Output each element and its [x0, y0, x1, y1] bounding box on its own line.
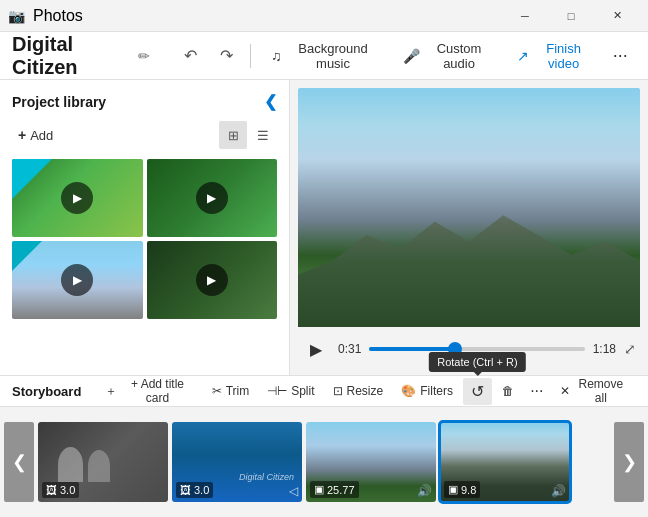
clip-1-label: 🖼 3.0 — [42, 482, 79, 498]
undo-button[interactable]: ↶ — [174, 40, 206, 72]
thumbnail-grid: ▶ ▶ ▶ ▶ — [12, 159, 277, 319]
filters-button[interactable]: 🎨 Filters — [393, 380, 461, 402]
custom-audio-label: Custom audio — [426, 41, 493, 71]
filters-label: Filters — [420, 384, 453, 398]
left-panel: Project library ❮ + Add ⊞ ☰ ▶ ▶ — [0, 80, 290, 375]
finish-video-button[interactable]: ↗ Finish video — [505, 35, 605, 77]
clip-4[interactable]: ▣ 9.8 🔊 — [440, 422, 570, 502]
clip-1-icon: 🖼 — [46, 484, 57, 496]
clips-container: 🖼 3.0 Digital Citizen 🖼 3.0 ◁ ▣ 25.77 🔊 … — [34, 407, 614, 517]
view-toggle: ⊞ ☰ — [219, 121, 277, 149]
redo-button[interactable]: ↷ — [210, 40, 242, 72]
panel-toolbar: + Add ⊞ ☰ — [12, 121, 277, 149]
thumbnail-item-1[interactable]: ▶ — [12, 159, 143, 237]
clip-1[interactable]: 🖼 3.0 — [38, 422, 168, 502]
finish-video-label: Finish video — [535, 41, 593, 71]
clip-4-duration: 9.8 — [461, 484, 476, 496]
play-overlay-3: ▶ — [61, 264, 93, 296]
trim-button[interactable]: ✂ Trim — [204, 380, 258, 402]
delete-clip-button[interactable]: 🗑 — [494, 380, 522, 402]
clip-3[interactable]: ▣ 25.77 🔊 — [306, 422, 436, 502]
rotate-tooltip-wrapper: ↺ Rotate (Ctrl + R) — [463, 378, 492, 405]
panel-collapse-button[interactable]: ❮ — [264, 92, 277, 111]
clip-4-icon: ▣ — [448, 483, 458, 496]
clip-3-label: ▣ 25.77 — [310, 481, 359, 498]
clip-3-icon: ▣ — [314, 483, 324, 496]
trim-icon: ✂ — [212, 384, 222, 398]
grid-view-button[interactable]: ⊞ — [219, 121, 247, 149]
clip-2-label: 🖼 3.0 — [176, 482, 213, 498]
thumbnail-item-2[interactable]: ▶ — [147, 159, 278, 237]
list-view-button[interactable]: ☰ — [249, 121, 277, 149]
add-title-label: + Add title card — [121, 377, 193, 405]
clip-2-audio-icon: ◁ — [289, 484, 298, 498]
add-media-button[interactable]: + Add — [12, 123, 59, 147]
clip-3-duration: 25.77 — [327, 484, 355, 496]
resize-button[interactable]: ⊡ Resize — [325, 380, 392, 402]
clips-row: ❮ 🖼 3.0 Digital Citizen 🖼 3.0 ◁ ▣ 25.77 … — [0, 407, 648, 517]
grid-icon: ⊞ — [228, 128, 239, 143]
trim-label: Trim — [226, 384, 250, 398]
clip-2-duration: 3.0 — [194, 484, 209, 496]
resize-label: Resize — [347, 384, 384, 398]
video-controls: ▶ 0:31 1:18 ⤢ — [298, 327, 640, 367]
add-label: Add — [30, 128, 53, 143]
split-icon: ⊣⊢ — [267, 384, 287, 398]
remove-all-label: Remove all — [574, 377, 628, 405]
play-overlay-1: ▶ — [61, 182, 93, 214]
maximize-button[interactable]: □ — [548, 0, 594, 32]
header-separator — [250, 44, 251, 68]
progress-fill — [369, 347, 455, 351]
next-clip-button[interactable]: ❯ — [614, 422, 644, 502]
storyboard-actions: ＋ + Add title card ✂ Trim ⊣⊢ Split ⊡ Res… — [97, 373, 636, 409]
clip-2-text: Digital Citizen — [239, 472, 294, 482]
clip-1-duration: 3.0 — [60, 484, 75, 496]
header-more-button[interactable]: ··· — [605, 38, 636, 74]
minimize-button[interactable]: ─ — [502, 0, 548, 32]
expand-button[interactable]: ⤢ — [624, 341, 636, 357]
app-icon: 📷 — [8, 8, 25, 24]
remove-all-button[interactable]: ✕ Remove all — [552, 373, 636, 409]
thumbnail-item-4[interactable]: ▶ — [147, 241, 278, 319]
storyboard-bar: Storyboard ＋ + Add title card ✂ Trim ⊣⊢ … — [0, 375, 648, 407]
clip-2-icon: 🖼 — [180, 484, 191, 496]
delete-icon: 🗑 — [502, 384, 514, 398]
split-label: Split — [291, 384, 314, 398]
progress-bar[interactable] — [369, 347, 584, 351]
thumbnail-item-3[interactable]: ▶ — [12, 241, 143, 319]
close-button[interactable]: ✕ — [594, 0, 640, 32]
app-header: Digital Citizen ✏ ↶ ↷ ♫ Background music… — [0, 32, 648, 80]
play-overlay-4: ▶ — [196, 264, 228, 296]
main-content: Project library ❮ + Add ⊞ ☰ ▶ ▶ — [0, 80, 648, 375]
total-time: 1:18 — [593, 342, 616, 356]
panel-title: Project library — [12, 94, 106, 110]
play-overlay-2: ▶ — [196, 182, 228, 214]
rotate-icon: ↺ — [471, 382, 484, 401]
rotate-button[interactable]: ↺ — [463, 378, 492, 405]
video-preview — [298, 88, 640, 327]
panel-header: Project library ❮ — [12, 92, 277, 111]
clip-2[interactable]: Digital Citizen 🖼 3.0 ◁ — [172, 422, 302, 502]
list-icon: ☰ — [257, 128, 269, 143]
app-title: Digital Citizen — [12, 33, 130, 79]
title-bar-controls: ─ □ ✕ — [502, 0, 640, 32]
progress-thumb[interactable] — [448, 342, 462, 356]
title-bar-left: 📷 Photos — [8, 7, 502, 25]
prev-clip-button[interactable]: ❮ — [4, 422, 34, 502]
add-title-card-button[interactable]: ＋ + Add title card — [97, 373, 201, 409]
bg-music-button[interactable]: ♫ Background music — [259, 35, 391, 77]
header-nav-actions: ↶ ↷ — [174, 40, 242, 72]
music-note-icon: ♫ — [271, 48, 282, 64]
resize-icon: ⊡ — [333, 384, 343, 398]
audio-icon: 🎤 — [403, 48, 420, 64]
storyboard-more-button[interactable]: ··· — [524, 377, 550, 405]
add-title-icon: ＋ — [105, 383, 117, 400]
clip-4-label: ▣ 9.8 — [444, 481, 480, 498]
split-button[interactable]: ⊣⊢ Split — [259, 380, 322, 402]
play-button[interactable]: ▶ — [302, 335, 330, 363]
edit-title-icon[interactable]: ✏ — [138, 48, 150, 64]
bg-music-label: Background music — [288, 41, 379, 71]
play-icon: ▶ — [310, 340, 322, 359]
clip-4-audio-icon: 🔊 — [551, 484, 566, 498]
custom-audio-button[interactable]: 🎤 Custom audio — [391, 35, 505, 77]
